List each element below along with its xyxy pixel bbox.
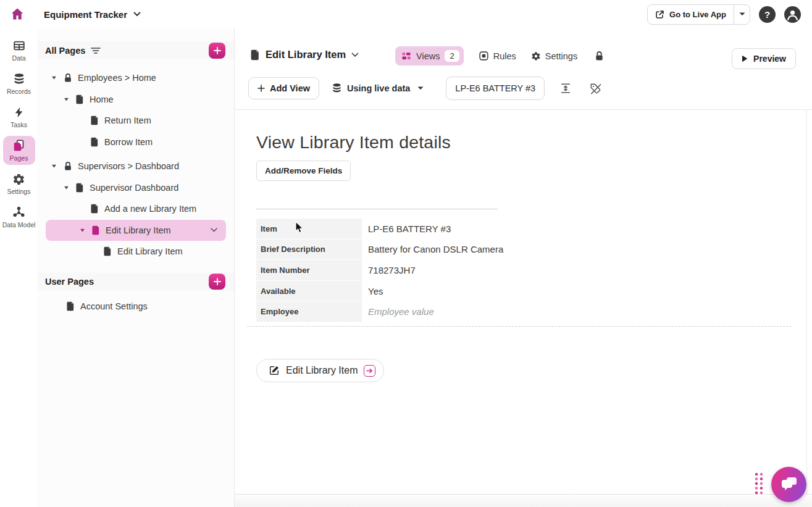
pages-sidebar: All Pages Employees > Home Home Return I… — [38, 28, 235, 507]
go-to-live-app-button[interactable]: Go to Live App — [648, 5, 734, 24]
add-view-label: Add View — [270, 83, 310, 93]
pages-icon — [12, 139, 26, 153]
go-to-live-app-split-button: Go to Live App — [647, 4, 750, 25]
tree-item-edit-library-item-selected[interactable]: Edit Library Item — [46, 220, 226, 241]
preview-button[interactable]: Preview — [732, 48, 796, 69]
field-value: LP-E6 BATTERY #3 — [365, 219, 791, 239]
filter-icon[interactable] — [91, 47, 101, 54]
all-pages-label: All Pages — [45, 46, 85, 56]
page-icon — [76, 183, 84, 193]
caret-down-icon[interactable] — [51, 76, 59, 80]
tree-item-label: Edit Library Item — [106, 225, 171, 235]
chat-launcher-button[interactable] — [771, 467, 806, 502]
chat-drag-handle[interactable] — [754, 472, 764, 495]
field-row-available[interactable]: Available Yes — [256, 281, 791, 301]
tag-slash-button[interactable] — [589, 82, 602, 95]
row-height-button[interactable] — [559, 82, 572, 94]
plus-icon — [257, 85, 265, 92]
lock-icon — [64, 73, 72, 83]
tree-item-account-settings[interactable]: Account Settings — [38, 296, 234, 317]
chevron-down-icon[interactable] — [211, 228, 217, 232]
rail-item-data-model[interactable]: Data Model — [3, 203, 35, 232]
data-source-selector[interactable]: Using live data — [332, 83, 424, 94]
field-label: Brief Description — [256, 240, 362, 260]
field-row-item[interactable]: Item LP-E6 BATTERY #3 — [256, 219, 791, 239]
top-bar: Equipment Tracker Go to Live App ? — [0, 0, 812, 28]
tree-item-label: Home — [90, 94, 114, 104]
tree-item-add-new-library-item[interactable]: Add a new Library Item — [38, 198, 234, 220]
go-to-live-app-label: Go to Live App — [669, 10, 726, 19]
field-label: Item — [256, 219, 362, 239]
record-selector-value: LP-E6 BATTERY #3 — [455, 83, 535, 93]
chat-bubbles-icon — [780, 476, 798, 493]
view-title: View Library Item details — [256, 132, 451, 153]
caret-down-icon[interactable] — [64, 186, 71, 190]
caret-down-icon[interactable] — [64, 98, 71, 101]
edit-library-item-button[interactable]: Edit Library Item — [256, 359, 384, 382]
editor-canvas: Edit Library Item Views 2 Rules Settings — [235, 28, 812, 507]
page-icon — [91, 137, 99, 147]
tree-item-supervisors-dashboard[interactable]: Supervisors > Dashboard — [38, 156, 234, 177]
field-row-employee[interactable]: Employee Employee value — [256, 301, 791, 322]
rail-item-tasks[interactable]: Tasks — [3, 103, 35, 132]
data-source-label: Using live data — [347, 83, 410, 93]
caret-down-icon — [417, 86, 424, 90]
lightning-icon — [13, 106, 25, 119]
tree-item-borrow-item[interactable]: Borrow Item — [38, 132, 234, 153]
tab-views[interactable]: Views 2 — [395, 46, 464, 65]
rail-item-pages[interactable]: Pages — [3, 136, 35, 165]
tree-item-employees-home[interactable]: Employees > Home — [38, 67, 234, 89]
add-view-button[interactable]: Add View — [248, 77, 319, 99]
tree-item-label: Edit Library Item — [117, 246, 183, 256]
tree-item-return-item[interactable]: Return Item — [38, 110, 234, 132]
field-value: Yes — [365, 281, 791, 301]
tree-item-home[interactable]: Home — [38, 89, 234, 111]
field-label: Employee — [256, 301, 362, 322]
tab-settings-label: Settings — [545, 51, 577, 61]
preview-label: Preview — [753, 54, 786, 64]
tab-rules[interactable]: Rules — [479, 51, 516, 61]
help-button[interactable]: ? — [759, 6, 776, 23]
page-title-chevron-down-icon[interactable] — [351, 52, 359, 57]
go-to-live-app-dropdown[interactable] — [734, 5, 750, 24]
field-row-item-number[interactable]: Item Number 718273JH7 — [256, 260, 791, 280]
page-icon — [76, 94, 84, 104]
caret-down-icon[interactable] — [80, 228, 87, 232]
edit-pencil-icon — [269, 365, 280, 376]
page-icon — [91, 115, 99, 125]
all-pages-header: All Pages — [38, 41, 234, 59]
tab-settings[interactable]: Settings — [531, 51, 577, 61]
rail-item-records[interactable]: Records — [3, 69, 35, 98]
account-button[interactable] — [784, 6, 801, 23]
add-remove-fields-button[interactable]: Add/Remove Fields — [256, 161, 351, 181]
tree-item-supervisor-dashboard[interactable]: Supervisor Dashboard — [38, 177, 234, 199]
rail-item-settings[interactable]: Settings — [3, 169, 35, 198]
tree-item-edit-library-item-child[interactable]: Edit Library Item — [38, 241, 234, 262]
home-icon — [10, 7, 25, 22]
rail-label: Data Model — [2, 221, 36, 228]
canvas-scrollbar[interactable] — [806, 109, 807, 494]
avatar-icon — [784, 6, 801, 23]
help-icon: ? — [759, 6, 776, 23]
field-value: 718273JH7 — [365, 260, 791, 280]
page-icon — [91, 204, 99, 214]
add-page-button[interactable] — [209, 43, 225, 59]
page-icon — [104, 246, 112, 256]
home-button[interactable] — [9, 6, 25, 22]
rail-label: Records — [7, 88, 31, 95]
database-icon — [332, 83, 342, 94]
app-title: Equipment Tracker — [44, 9, 127, 20]
page-icon — [251, 49, 260, 61]
rail-label: Settings — [7, 188, 31, 195]
field-row-brief-description[interactable]: Brief Description Battery for Canon DSLR… — [256, 240, 791, 260]
add-user-page-button[interactable] — [209, 274, 225, 290]
rail-item-data[interactable]: Data — [3, 36, 35, 65]
lock-icon — [64, 161, 72, 171]
caret-down-icon[interactable] — [51, 164, 59, 168]
tree-item-label: Return Item — [104, 115, 151, 125]
play-icon — [742, 55, 748, 62]
app-title-chevron-down-icon[interactable] — [133, 12, 141, 17]
record-selector[interactable]: LP-E6 BATTERY #3 — [446, 77, 545, 100]
lock-icon[interactable] — [595, 51, 604, 61]
tree-item-label: Employees > Home — [78, 73, 156, 83]
